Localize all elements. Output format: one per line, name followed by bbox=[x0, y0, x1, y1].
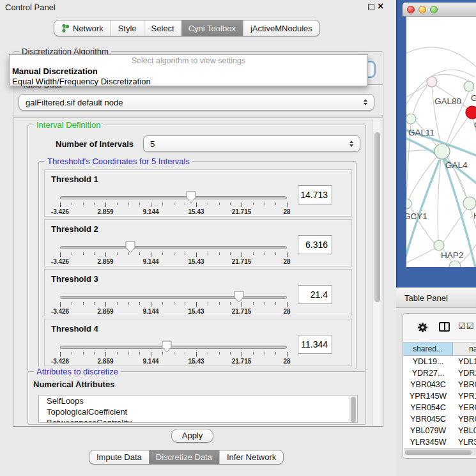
tab-jactivemnodules[interactable]: jActiveMNodules bbox=[243, 20, 319, 36]
table-row[interactable]: YLR345WYLR3 bbox=[403, 436, 476, 448]
threshold-slider[interactable]: -3.4262.8599.14415.4321.71528 bbox=[60, 244, 287, 266]
mac-minimize-button[interactable] bbox=[418, 6, 426, 13]
tab-infer-network[interactable]: Infer Network bbox=[219, 450, 283, 464]
slider-tick bbox=[105, 203, 106, 207]
network-node-gal4[interactable] bbox=[434, 144, 450, 159]
slider-tick bbox=[230, 203, 231, 205]
tab-select[interactable]: Select bbox=[144, 20, 181, 36]
network-node-label: GAL4 bbox=[445, 160, 468, 170]
threshold-value-field[interactable]: 6.316 bbox=[298, 235, 332, 254]
tab-discretize-data[interactable]: Discretize Data bbox=[149, 450, 219, 464]
slider-tick bbox=[60, 352, 61, 357]
mac-zoom-button[interactable] bbox=[430, 6, 438, 13]
control-panel: Control Panel × Network Style Select bbox=[0, 0, 396, 476]
network-edge[interactable] bbox=[406, 47, 476, 68]
number-of-intervals-combobox[interactable]: 5 bbox=[143, 135, 360, 152]
slider-tick bbox=[174, 352, 174, 355]
mac-close-button[interactable] bbox=[407, 6, 415, 13]
network-node[interactable] bbox=[449, 261, 461, 267]
settings-scrollbar-thumb[interactable] bbox=[374, 132, 380, 302]
attribute-list-item[interactable]: BetweennessCentrality bbox=[39, 417, 357, 423]
gear-icon[interactable] bbox=[417, 322, 428, 333]
table-hscrollbar-thumb[interactable] bbox=[405, 450, 472, 455]
tick-label: 21.715 bbox=[232, 208, 252, 215]
slider-thumb[interactable] bbox=[125, 241, 135, 253]
network-canvas[interactable]: GAL80GACGAL11GAL4GCY1HHAP2 bbox=[406, 17, 476, 267]
slider-tick bbox=[174, 252, 174, 255]
attribute-list-item[interactable]: SelfLoops bbox=[39, 395, 357, 406]
network-edge[interactable] bbox=[443, 209, 466, 242]
network-edge[interactable] bbox=[406, 249, 434, 265]
threshold-panel: Threshold 2-3.4262.8599.14415.4321.71528… bbox=[44, 219, 352, 266]
popup-option-manual-discretization[interactable]: Manual Discretization bbox=[12, 66, 98, 76]
network-edge[interactable] bbox=[406, 85, 427, 100]
network-window-titlebar[interactable] bbox=[403, 3, 476, 17]
table-row[interactable]: YBL079WYBL0 bbox=[403, 425, 476, 436]
number-of-intervals-label: Number of Intervals bbox=[56, 139, 134, 149]
threshold-slider[interactable]: -3.4262.8599.14415.4321.71528 bbox=[60, 344, 287, 365]
slider-tick bbox=[242, 252, 242, 257]
network-node-gal80[interactable] bbox=[427, 77, 437, 87]
settings-scrollbar[interactable] bbox=[372, 119, 381, 426]
apply-button[interactable]: Apply bbox=[171, 429, 213, 443]
table-row[interactable]: YDR27...YDR2 bbox=[403, 367, 476, 379]
slider-tick bbox=[117, 302, 118, 305]
slider-tick bbox=[83, 252, 84, 255]
network-edge[interactable] bbox=[432, 74, 469, 81]
popup-option-equal-width-frequency[interactable]: Equal Width/Frequency Discretization bbox=[12, 77, 151, 86]
table-row[interactable]: YDL19...YDL1 bbox=[403, 356, 476, 367]
attribute-list-item[interactable]: TopologicalCoefficient bbox=[39, 406, 357, 417]
slider-thumb[interactable] bbox=[234, 291, 244, 303]
slider-tick bbox=[196, 302, 197, 307]
network-node-ga[interactable] bbox=[464, 81, 474, 91]
network-node-h[interactable] bbox=[463, 197, 476, 210]
tab-impute-data[interactable]: Impute Data bbox=[89, 450, 149, 464]
threshold-slider[interactable]: -3.4262.8599.14415.4321.71528 bbox=[60, 194, 287, 216]
tab-cyni-toolbox[interactable]: Cyni Toolbox bbox=[181, 20, 243, 36]
slider-track[interactable] bbox=[60, 296, 287, 299]
tab-style[interactable]: Style bbox=[111, 20, 144, 36]
table-horizontal-scrollbar[interactable] bbox=[404, 448, 476, 456]
column-header-shared-name[interactable]: shared... bbox=[403, 342, 453, 355]
number-of-intervals-value: 5 bbox=[150, 139, 155, 149]
checkbox-icons[interactable]: ☑☑ bbox=[458, 321, 474, 331]
slider-tick bbox=[208, 352, 208, 355]
attributes-scrollbar-thumb[interactable] bbox=[351, 397, 356, 422]
table-row[interactable]: YBR043CYBR0 bbox=[403, 379, 476, 390]
slider-track[interactable] bbox=[60, 346, 287, 349]
slider-tick bbox=[242, 352, 242, 357]
slider-track[interactable] bbox=[60, 246, 287, 249]
threshold-value-field[interactable]: 11.344 bbox=[298, 335, 332, 354]
numerical-attributes-list[interactable]: SelfLoopsTopologicalCoefficientBetweenne… bbox=[38, 395, 358, 423]
table-data-combobox[interactable]: galFiltered.sif default node bbox=[19, 94, 374, 111]
threshold-value-field[interactable]: 21.4 bbox=[298, 285, 332, 304]
cell-name: YBL0 bbox=[453, 425, 476, 436]
slider-track[interactable] bbox=[60, 196, 287, 199]
slider-tick bbox=[242, 302, 242, 307]
network-node-hap2[interactable] bbox=[434, 240, 444, 250]
table-row[interactable]: YBR045CYBR0 bbox=[403, 413, 476, 425]
slider-thumb[interactable] bbox=[162, 341, 172, 353]
network-edge[interactable] bbox=[413, 86, 427, 115]
threshold-slider[interactable]: -3.4262.8599.14415.4321.71528 bbox=[60, 294, 287, 316]
table-row[interactable]: YER054CYER0 bbox=[403, 402, 476, 413]
network-node-c[interactable] bbox=[466, 106, 476, 119]
network-node-gcy1[interactable] bbox=[406, 199, 411, 209]
attribute-items: SelfLoopsTopologicalCoefficientBetweenne… bbox=[39, 395, 357, 423]
interval-definition-group: Interval Definition Number of Intervals … bbox=[27, 125, 366, 372]
column-header-name[interactable]: na bbox=[453, 342, 476, 355]
slider-tick bbox=[117, 352, 118, 355]
split-view-icon[interactable] bbox=[439, 322, 450, 332]
network-edge[interactable] bbox=[438, 159, 441, 240]
network-node-gal11[interactable] bbox=[406, 114, 416, 124]
tab-network[interactable]: Network bbox=[54, 20, 111, 36]
network-node-label: GCY1 bbox=[406, 211, 427, 221]
close-icon[interactable]: × bbox=[378, 1, 383, 12]
threshold-value-field[interactable]: 14.713 bbox=[298, 185, 332, 204]
slider-tick bbox=[208, 203, 208, 205]
table-row[interactable]: YPR145WYPR1 bbox=[403, 390, 476, 402]
attributes-scrollbar[interactable] bbox=[349, 396, 357, 422]
threshold-label: Threshold 3 bbox=[51, 274, 98, 284]
slider-thumb[interactable] bbox=[186, 191, 196, 203]
float-window-icon[interactable] bbox=[368, 4, 374, 10]
